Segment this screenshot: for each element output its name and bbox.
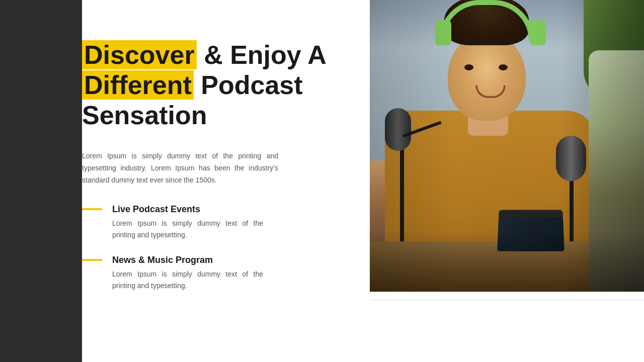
headline-part-3: Sensation bbox=[82, 101, 207, 130]
features-list: Live Podcast Events Lorem Ipsum is simpl… bbox=[82, 204, 350, 292]
feature-item-1: Live Podcast Events Lorem Ipsum is simpl… bbox=[82, 204, 350, 241]
feature-title-1: Live Podcast Events bbox=[112, 204, 263, 215]
headline-part-2: Podcast bbox=[194, 70, 303, 100]
podcast-photo bbox=[370, 0, 644, 292]
headline-highlight-1: Discover bbox=[82, 40, 197, 69]
feature-dash-1 bbox=[82, 208, 102, 210]
feature-desc-1: Lorem Ipsum is simply dummy text of the … bbox=[112, 218, 263, 241]
bottom-divider bbox=[370, 300, 644, 300]
feature-item-2: News & Music Program Lorem Ipsum is simp… bbox=[82, 255, 350, 292]
right-panel bbox=[370, 0, 644, 362]
headline-highlight-2: Different bbox=[82, 70, 194, 100]
feature-dash-2 bbox=[82, 259, 102, 261]
feature-content-1: Live Podcast Events Lorem Ipsum is simpl… bbox=[112, 204, 263, 241]
content-area: Discover & Enjoy A Different Podcast Sen… bbox=[82, 0, 370, 362]
dark-sidebar bbox=[0, 0, 82, 362]
right-bottom-area bbox=[370, 292, 644, 362]
headline-part-1: & Enjoy A bbox=[197, 40, 327, 69]
feature-title-2: News & Music Program bbox=[112, 255, 263, 265]
left-panel: Discover & Enjoy A Different Podcast Sen… bbox=[0, 0, 370, 362]
main-headline: Discover & Enjoy A Different Podcast Sen… bbox=[82, 40, 350, 130]
description-text: Lorem Ipsum is simply dummy text of the … bbox=[82, 150, 278, 186]
feature-desc-2: Lorem Ipsum is simply dummy text of the … bbox=[112, 268, 263, 292]
feature-content-2: News & Music Program Lorem Ipsum is simp… bbox=[112, 255, 263, 292]
